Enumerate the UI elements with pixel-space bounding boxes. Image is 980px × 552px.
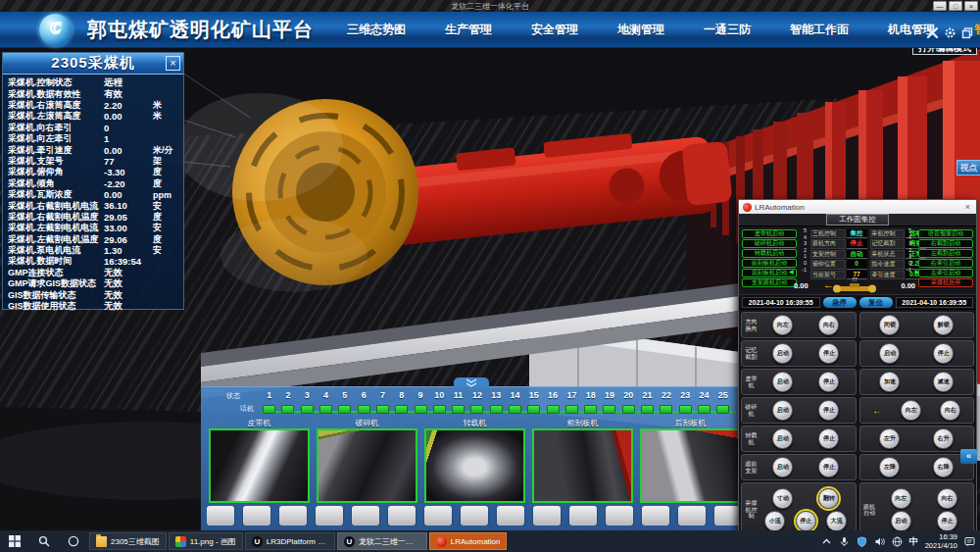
shearer-panel-header[interactable]: 2305采煤机 × [3, 53, 183, 75]
round-control-button[interactable]: 启动 [772, 428, 793, 449]
support-number[interactable]: 2 [278, 390, 297, 414]
round-control-button[interactable]: 启动 [772, 343, 793, 364]
support-number[interactable]: 8 [392, 390, 411, 414]
round-control-button[interactable]: 停止 [933, 343, 954, 364]
round-control-button[interactable]: 翻转 [818, 488, 839, 509]
round-control-button[interactable]: 停止 [818, 428, 839, 449]
round-control-button[interactable]: 停止 [818, 343, 839, 364]
close-icon[interactable]: × [166, 56, 180, 71]
support-number[interactable]: 11 [449, 390, 467, 414]
nav-menu-item[interactable]: 地测管理 [598, 22, 684, 38]
round-control-button[interactable]: 加速 [879, 372, 900, 392]
support-number[interactable]: 22 [657, 390, 675, 414]
support-number[interactable]: 18 [581, 390, 600, 414]
nav-menu-item[interactable]: 智能工作面 [770, 22, 868, 38]
lrautomation-titlebar[interactable]: LRAutomation × [739, 200, 976, 214]
round-control-button[interactable]: 闭锁 [879, 315, 900, 335]
window-titlebar[interactable]: 龙软二三维一体化平台 —□× [0, 0, 980, 12]
support-number[interactable]: 5 [335, 390, 354, 414]
gear-icon[interactable] [944, 26, 956, 39]
round-control-button[interactable]: 左降 [879, 457, 900, 477]
round-control-button[interactable]: 向右 [818, 315, 839, 335]
round-control-button[interactable]: 向左 [891, 488, 911, 509]
nav-menu-item[interactable]: 一通三防 [684, 22, 770, 38]
round-control-button[interactable]: 向左 [901, 400, 921, 421]
tab-workface-control[interactable]: 工作面集控 [826, 214, 889, 226]
support-number[interactable]: 6 [354, 390, 372, 414]
taskbar-app[interactable]: LR3DPlatform - U... [245, 532, 335, 550]
support-number[interactable]: 24 [695, 390, 713, 414]
round-control-button[interactable]: 减速 [933, 372, 954, 392]
round-control-button[interactable]: 停止 [818, 372, 839, 392]
green-start-button[interactable]: 皮带机启动 [742, 229, 797, 238]
round-control-button[interactable]: 大流 [826, 511, 847, 531]
collapse-panel-button[interactable]: « [960, 449, 977, 464]
support-number[interactable]: 20 [619, 390, 638, 414]
clock[interactable]: 16:39 2021/4/10 [925, 532, 957, 550]
camera-feed[interactable] [209, 428, 310, 503]
round-control-button[interactable]: 启动 [879, 343, 900, 364]
round-control-button[interactable]: 右降 [933, 457, 954, 477]
window-control-button[interactable]: — [933, 1, 947, 11]
reset-pill-button[interactable]: 复位 [859, 297, 893, 308]
emergency-stop-button[interactable]: 采煤机急停 [918, 278, 973, 287]
microphone-icon[interactable] [839, 536, 850, 547]
start-button[interactable] [0, 530, 29, 552]
round-control-button[interactable]: 小流 [764, 511, 785, 531]
round-control-button[interactable]: 向右 [937, 488, 957, 509]
round-control-button[interactable]: 解锁 [933, 315, 954, 335]
notification-icon[interactable] [964, 536, 975, 547]
window-control-button[interactable]: × [964, 1, 978, 11]
security-shield-icon[interactable] [857, 536, 867, 547]
close-icon[interactable]: × [963, 202, 972, 212]
green-start-button[interactable]: 右截割启动 [918, 239, 973, 248]
camera-feed[interactable] [317, 428, 417, 503]
green-start-button[interactable]: 右牵引启动 [918, 259, 973, 268]
chevron-down-icon[interactable] [454, 377, 489, 387]
round-control-button[interactable]: 右升 [933, 428, 954, 449]
support-number[interactable]: 3 [298, 390, 317, 414]
estop-pill-button[interactable]: 急停 [823, 297, 857, 308]
round-control-button[interactable]: 寸动 [772, 488, 793, 509]
support-number[interactable]: 9 [411, 390, 429, 414]
round-control-button[interactable]: 向右 [940, 400, 960, 421]
support-number[interactable]: 17 [563, 390, 581, 414]
nav-menu-item[interactable]: 生产管理 [425, 22, 512, 38]
support-number[interactable]: 23 [676, 390, 695, 414]
speaker-icon[interactable] [874, 536, 885, 547]
support-number[interactable]: 4 [317, 390, 335, 414]
support-number[interactable]: 14 [506, 390, 524, 414]
support-number[interactable]: 19 [600, 390, 618, 414]
support-number[interactable]: 21 [638, 390, 657, 414]
green-start-button[interactable]: 支架跟机启动 [742, 278, 797, 287]
network-globe-icon[interactable] [892, 536, 903, 547]
round-control-button[interactable]: 启动 [772, 372, 793, 392]
taskbar-app[interactable]: 2305三维截图 [89, 532, 167, 550]
camera-feed[interactable] [424, 428, 525, 503]
round-control-button[interactable]: 启动 [772, 400, 793, 421]
support-number[interactable]: 1 [260, 390, 278, 414]
tray-chevron-up-icon[interactable] [821, 536, 832, 547]
camera-feed[interactable] [640, 428, 740, 503]
taskbar-app[interactable]: 11.png - 画图 [169, 532, 243, 550]
camera-feed[interactable] [532, 428, 633, 503]
round-control-button[interactable]: 停止 [818, 457, 839, 477]
support-number[interactable]: 15 [524, 390, 543, 414]
ime-indicator[interactable]: 中 [909, 535, 918, 548]
round-control-button[interactable]: 启动 [772, 457, 793, 477]
round-control-button[interactable]: 停止 [818, 400, 839, 421]
support-number[interactable]: 7 [373, 390, 392, 414]
support-number[interactable]: 16 [543, 390, 562, 414]
nav-menu-item[interactable]: 安全管理 [512, 22, 598, 38]
round-control-button[interactable]: 启动 [891, 511, 911, 531]
support-number[interactable]: 25 [713, 390, 732, 414]
support-number[interactable]: 10 [430, 390, 449, 414]
green-start-button[interactable]: 语音预警启动 [918, 229, 973, 238]
green-start-button[interactable]: 前刮板机启动 [742, 259, 797, 268]
taskbar-app[interactable]: LRAutomation [429, 532, 508, 550]
round-control-button[interactable]: 左升 [879, 428, 900, 449]
viewpoint-tab[interactable]: 视点 [956, 160, 980, 176]
green-start-button[interactable]: 左截割启动 [918, 249, 973, 258]
round-control-button[interactable]: 停止 [796, 511, 816, 531]
window-control-button[interactable]: □ [949, 1, 962, 11]
